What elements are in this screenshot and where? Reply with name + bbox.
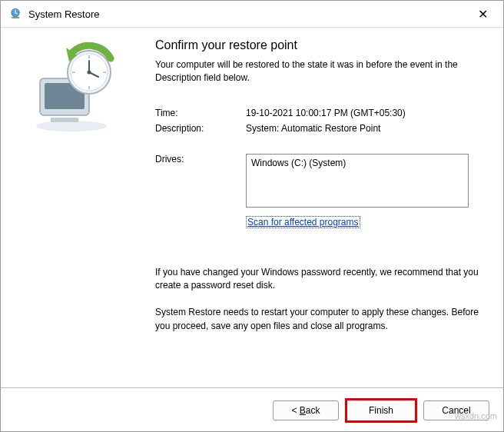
scan-link-row: Scan for affected programs xyxy=(246,217,482,228)
time-value: 19-10-2021 10:00:17 PM (GMT+05:30) xyxy=(246,108,482,118)
svg-rect-4 xyxy=(51,118,78,122)
drives-list[interactable]: Windows (C:) (System) xyxy=(246,154,469,208)
description-row: Description: System: Automatic Restore P… xyxy=(155,123,482,134)
window-title: System Restore xyxy=(28,8,99,20)
restore-graphic-icon xyxy=(20,42,124,136)
scan-affected-programs-link[interactable]: Scan for affected programs xyxy=(246,216,360,228)
back-button[interactable]: < Back xyxy=(273,400,339,420)
page-heading: Confirm your restore point xyxy=(155,38,482,52)
content-area: Confirm your restore point Your computer… xyxy=(1,28,503,387)
sidebar xyxy=(1,28,143,387)
restart-note: System Restore needs to restart your com… xyxy=(155,306,482,333)
password-note: If you have changed your Windows passwor… xyxy=(155,266,482,293)
titlebar: System Restore ✕ xyxy=(1,1,503,27)
time-label: Time: xyxy=(155,108,246,118)
drive-item: Windows (C:) (System) xyxy=(251,158,463,168)
main-panel: Confirm your restore point Your computer… xyxy=(143,28,503,387)
finish-button[interactable]: Finish xyxy=(345,398,417,423)
description-label: Description: xyxy=(155,123,246,134)
svg-point-1 xyxy=(36,121,107,131)
close-button[interactable]: ✕ xyxy=(470,4,496,25)
watermark: wsxdn.com xyxy=(455,411,497,420)
footer: < Back Finish Cancel xyxy=(1,387,503,432)
system-restore-icon xyxy=(8,7,22,21)
description-value: System: Automatic Restore Point xyxy=(246,123,482,134)
drives-label: Drives: xyxy=(155,154,246,208)
svg-point-13 xyxy=(88,71,91,75)
drives-row: Drives: Windows (C:) (System) xyxy=(155,154,482,208)
page-subtext: Your computer will be restored to the st… xyxy=(155,58,482,85)
time-row: Time: 19-10-2021 10:00:17 PM (GMT+05:30) xyxy=(155,108,482,118)
